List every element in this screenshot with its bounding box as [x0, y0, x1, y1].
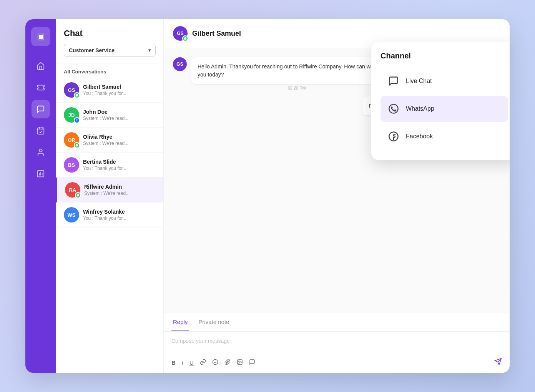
chat-contact-name: Gilbert Samuel	[192, 30, 241, 38]
conversation-info: Riffwire Admin System : We're read...	[84, 184, 156, 196]
conversation-list: GS Gilbert Samuel You : Thank you for...…	[56, 78, 163, 373]
link-icon[interactable]	[200, 359, 206, 367]
list-item[interactable]: WS Winfrey Solanke You : Thank you for..…	[56, 203, 163, 228]
avatar: GS	[173, 57, 187, 71]
avatar: BS	[64, 157, 79, 173]
svg-point-16	[389, 104, 398, 113]
reply-box: Reply Private note Compose your message …	[164, 313, 510, 373]
channel-option-facebook[interactable]: Facebook	[380, 123, 508, 149]
sidebar-item-chat[interactable]	[32, 100, 50, 118]
toolbar-area: B I U	[164, 355, 510, 373]
sidebar-item-reports[interactable]	[32, 164, 50, 183]
sidebar: ▣	[25, 19, 56, 373]
live-chat-label: Live Chat	[406, 78, 432, 85]
sidebar-item-tickets[interactable]	[32, 78, 50, 97]
facebook-label: Facebook	[406, 133, 433, 140]
avatar: WS	[64, 207, 79, 223]
svg-point-13	[239, 360, 239, 361]
list-item[interactable]: BS Bertina Slide You : Thank you for...	[56, 153, 163, 178]
sidebar-item-home[interactable]	[32, 57, 50, 75]
channel-popup: Channel Live Chat WhatsApp	[371, 42, 510, 160]
channel-option-whatsapp[interactable]: WhatsApp	[380, 96, 508, 122]
conversation-panel: Chat Customer Service ▾ All Conversation…	[56, 19, 164, 373]
svg-rect-0	[38, 128, 44, 135]
conversation-info: John Doe System : We're read...	[83, 109, 156, 121]
italic-icon[interactable]: I	[182, 359, 183, 366]
send-button[interactable]	[494, 358, 502, 367]
live-chat-icon	[387, 74, 400, 88]
message-incoming: GS Hello Admin. Thankyou for reaching ou…	[173, 57, 402, 90]
logo-icon: ▣	[37, 32, 45, 42]
avatar: OR	[64, 132, 79, 148]
tab-private-note[interactable]: Private note	[197, 313, 231, 331]
page-title: Chat	[64, 28, 156, 38]
sidebar-item-tasks[interactable]	[32, 121, 50, 140]
whatsapp-badge	[182, 35, 188, 42]
whatsapp-badge	[74, 142, 80, 148]
message-time: 02:20 PM	[191, 86, 402, 90]
conversation-header: Chat Customer Service ▾	[56, 19, 163, 63]
image-icon[interactable]	[237, 359, 243, 367]
inbox-selector-label: Customer Service	[69, 47, 115, 53]
chat-contact-avatar: GS	[173, 26, 188, 41]
message-bubble: Hello Admin. Thankyou for reaching out t…	[191, 57, 402, 84]
whatsapp-icon	[387, 102, 400, 116]
app-container: ▣	[25, 19, 510, 373]
conversation-info: Bertina Slide You : Thank you for...	[83, 159, 156, 171]
sidebar-item-contacts[interactable]	[32, 143, 50, 161]
emoji-icon[interactable]	[212, 359, 218, 367]
channel-option-live-chat[interactable]: Live Chat	[380, 68, 508, 94]
bold-icon[interactable]: B	[171, 359, 176, 366]
message-content: Hello Admin. Thankyou for reaching out t…	[191, 57, 402, 90]
tab-reply[interactable]: Reply	[171, 313, 189, 331]
reply-tabs: Reply Private note	[164, 313, 510, 332]
facebook-icon	[387, 130, 400, 143]
channel-popup-title: Channel	[380, 51, 508, 60]
avatar: JD f	[64, 107, 79, 123]
inbox-selector[interactable]: Customer Service ▾	[64, 44, 156, 57]
svg-point-9	[213, 359, 218, 364]
list-item[interactable]: JD f John Doe System : We're read...	[56, 103, 163, 128]
all-conversations-label: All Conversations	[56, 63, 163, 78]
list-item[interactable]: GS Gilbert Samuel You : Thank you for...	[56, 78, 163, 103]
svg-point-4	[39, 149, 42, 152]
list-item[interactable]: OR Olivia Rhye System : We're read...	[56, 128, 163, 153]
attach-icon[interactable]	[224, 359, 231, 367]
whatsapp-badge	[75, 192, 81, 198]
conversation-info: Gilbert Samuel You : Thank you for...	[83, 84, 156, 96]
facebook-badge: f	[74, 117, 80, 123]
whatsapp-badge	[74, 92, 80, 98]
quote-icon[interactable]	[249, 359, 255, 367]
whatsapp-label: WhatsApp	[406, 105, 434, 112]
avatar: GS	[64, 82, 79, 98]
sidebar-logo[interactable]: ▣	[31, 27, 50, 46]
compose-area[interactable]: Compose your message	[164, 332, 510, 355]
underline-icon[interactable]: U	[189, 359, 194, 366]
conversation-info: Winfrey Solanke You : Thank you for...	[83, 209, 156, 221]
conversation-info: Olivia Rhye System : We're read...	[83, 134, 156, 146]
chevron-down-icon: ▾	[148, 48, 151, 53]
list-item[interactable]: RA Riffwire Admin System : We're read...	[56, 178, 163, 203]
avatar: RA	[65, 182, 80, 198]
